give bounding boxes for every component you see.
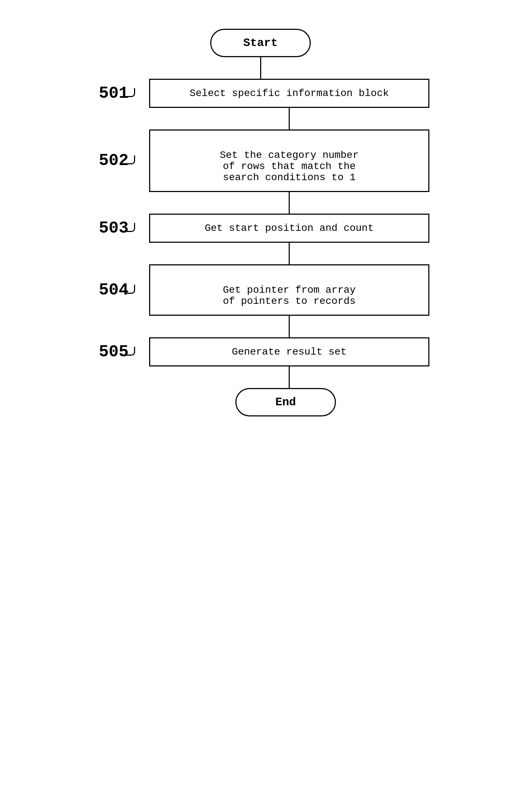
step-box-wrapper-504: Get pointer from array of pointers to re… [149,264,429,316]
step-label-505: 505 [99,343,146,361]
connector-after-start [99,57,422,79]
step-text-505: Generate result set [232,346,346,357]
step-label-text-501: 501 [99,84,129,103]
connector-after-505 [99,366,422,388]
connector-line [289,316,290,337]
connector-line [260,57,261,79]
step-text-502: Set the category number of rows that mat… [220,150,359,183]
step-label-text-505: 505 [99,343,129,361]
connector-line [289,192,290,214]
step-box-wrapper-505: Generate result set [149,337,429,366]
connector-after-501 [99,108,422,129]
step-label-text-502: 502 [99,151,129,170]
end-wrapper: End [99,388,422,416]
step-text-501: Select specific information block [190,88,389,99]
connector-line [289,243,290,264]
step-box-504: Get pointer from array of pointers to re… [149,264,429,316]
step-row-502: 502 Set the category number of rows that… [99,129,422,192]
step-label-502: 502 [99,151,146,170]
step-text-503: Get start position and count [205,223,374,234]
step-row-501: 501 Select specific information block [99,79,422,108]
connector-after-502 [99,192,422,214]
step-label-501: 501 [99,84,146,103]
start-shape: Start [210,29,311,57]
step-box-502: Set the category number of rows that mat… [149,129,429,192]
step-row-504: 504 Get pointer from array of pointers t… [99,264,422,316]
step-box-503: Get start position and count [149,214,429,243]
end-label: End [275,396,296,409]
connector-after-504 [99,316,422,337]
step-box-wrapper-503: Get start position and count [149,214,429,243]
flowchart: Start 501 Select specific information bl… [81,29,440,416]
step-row-505: 505 Generate result set [99,337,422,366]
step-label-504: 504 [99,281,146,300]
step-box-501: Select specific information block [149,79,429,108]
step-box-wrapper-501: Select specific information block [149,79,429,108]
step-label-503: 503 [99,219,146,238]
step-text-504: Get pointer from array of pointers to re… [223,284,356,307]
step-box-wrapper-502: Set the category number of rows that mat… [149,129,429,192]
step-row-503: 503 Get start position and count [99,214,422,243]
connector-after-503 [99,243,422,264]
step-label-text-504: 504 [99,281,129,300]
connector-line [289,366,290,388]
connector-line [289,108,290,129]
start-label: Start [243,36,278,50]
step-label-text-503: 503 [99,219,129,238]
end-shape: End [235,388,336,416]
step-box-505: Generate result set [149,337,429,366]
